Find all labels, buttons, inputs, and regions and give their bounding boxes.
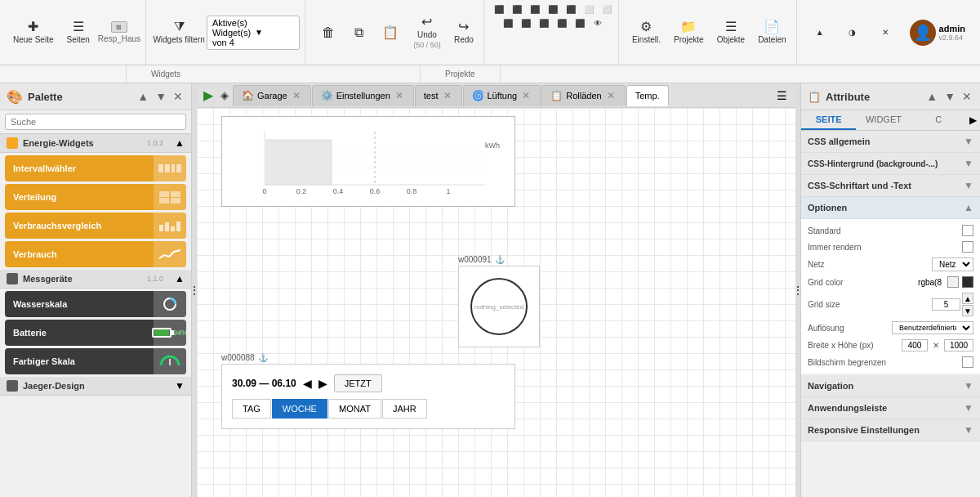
- tab-next-button[interactable]: ▶: [966, 110, 980, 130]
- list-item[interactable]: Intervallwähler: [5, 155, 186, 181]
- tab-seite[interactable]: SEITE: [801, 110, 856, 130]
- tabs-more-button[interactable]: ☰: [772, 86, 792, 105]
- eye-button[interactable]: 👁: [590, 17, 606, 29]
- distribute-h-button[interactable]: ⬛: [545, 3, 561, 16]
- canvas-widget-circle[interactable]: w000091 ⚓ nothing_selected: [458, 255, 540, 347]
- list-item[interactable]: Batterie 94%: [5, 320, 186, 346]
- canvas-widget-nav[interactable]: w000088 ⚓ 30.09 — 06.10 ◀ ▶ JETZT TAG WO…: [221, 353, 515, 429]
- stretch-button[interactable]: ⬛: [563, 3, 579, 16]
- align-center-button[interactable]: ⬛: [509, 3, 525, 16]
- tab-test[interactable]: test ✕: [415, 85, 462, 106]
- tab-close-lueftung[interactable]: ✕: [520, 90, 532, 101]
- list-item[interactable]: Farbiger Skala: [5, 348, 186, 374]
- palette-up-button[interactable]: ▲: [136, 88, 150, 105]
- tab-close-garage[interactable]: ✕: [291, 90, 302, 101]
- anwendungsleiste-section[interactable]: Anwendungsleiste ▼: [801, 397, 980, 419]
- right-panel-up-button[interactable]: ▲: [924, 88, 939, 105]
- responsive-section[interactable]: Responsive Einstellungen ▼: [801, 419, 980, 441]
- css-allgemein-section[interactable]: CSS allgemein ▼: [801, 131, 980, 153]
- right-panel-close-button[interactable]: ✕: [960, 88, 973, 105]
- tab-close-einstellungen[interactable]: ✕: [394, 90, 405, 101]
- tab-einstellungen[interactable]: ⚙️ Einstellungen ✕: [312, 85, 414, 106]
- woche-button[interactable]: WOCHE: [272, 399, 327, 419]
- svg-text:0.2: 0.2: [296, 187, 307, 195]
- seiten-button[interactable]: ☰ Seiten: [61, 17, 94, 47]
- tab-close-rolladen[interactable]: ✕: [605, 90, 617, 101]
- grid-size-input[interactable]: [932, 298, 960, 311]
- palette-section-energie-header[interactable]: Energie-Widgets 1.0.2 ▲: [0, 134, 191, 153]
- palette-section-messgeraete-header[interactable]: Messgeräte 1.1.0 ▲: [0, 270, 191, 289]
- optionen-section-header[interactable]: Optionen ▲: [801, 197, 980, 219]
- netz-select[interactable]: Netz: [932, 257, 973, 271]
- theme-button[interactable]: ◑: [838, 25, 867, 40]
- svg-rect-26: [266, 140, 332, 185]
- height-input[interactable]: [944, 339, 973, 351]
- svg-rect-11: [176, 222, 180, 231]
- svg-rect-0: [158, 164, 181, 172]
- right-panel-down-button[interactable]: ▼: [942, 88, 957, 105]
- projekte-button[interactable]: 📁 Projekte: [669, 17, 709, 47]
- jahr-button[interactable]: JAHR: [382, 399, 427, 419]
- copy-button[interactable]: ⧉: [345, 23, 374, 43]
- monat-button[interactable]: MONAT: [328, 399, 381, 419]
- grid-size-down[interactable]: ▼: [962, 305, 973, 316]
- css-schriftart-section[interactable]: CSS-Schriftart und -Text ▼: [801, 175, 980, 197]
- align-top-button[interactable]: ⬛: [500, 17, 516, 29]
- palette-down-button[interactable]: ▼: [154, 88, 168, 105]
- upload-button[interactable]: ⬜: [599, 3, 615, 16]
- objekte-button[interactable]: ☰ Objekte: [712, 17, 750, 47]
- fullscreen-button[interactable]: ✕: [871, 25, 900, 40]
- list-item[interactable]: Wasserskala: [5, 291, 186, 317]
- play-button[interactable]: ▶: [200, 86, 216, 105]
- period-buttons: TAG WOCHE MONAT JAHR: [232, 399, 505, 419]
- delete-button[interactable]: 🗑: [314, 23, 343, 43]
- paste-button[interactable]: 📋: [376, 23, 405, 43]
- tag-button[interactable]: TAG: [232, 399, 271, 419]
- next-arrow[interactable]: ▶: [318, 377, 327, 390]
- jetzt-button[interactable]: JETZT: [334, 374, 382, 392]
- tab-c[interactable]: C: [911, 110, 966, 130]
- list-item[interactable]: Verteilung: [5, 184, 186, 210]
- stretch-v-button[interactable]: ⬛: [572, 17, 588, 29]
- grid-color-swatch[interactable]: [962, 276, 973, 288]
- widgets-filtern-button[interactable]: ⧩ Widgets filtern: [154, 17, 203, 47]
- active-widget-selector[interactable]: Aktive(s) Widget(s) von 4 ▼: [207, 16, 300, 50]
- standard-checkbox[interactable]: [962, 225, 973, 236]
- canvas-widget-chart[interactable]: 0 0.2 0.4 0.6 0.8 1 kWh: [221, 116, 515, 207]
- prop-netz: Netz Netz: [808, 255, 973, 274]
- palette-section-jaeger-header[interactable]: Jaeger-Design ▼: [0, 377, 191, 396]
- einstell-button[interactable]: ⚙ Einstell.: [627, 17, 666, 47]
- aufloesung-select[interactable]: Benutzerdefinierten: [892, 321, 973, 334]
- tab-rolladen[interactable]: 📋 Rolläden ✕: [541, 85, 625, 106]
- search-input[interactable]: [5, 114, 186, 130]
- tab-temp[interactable]: Temp.: [626, 85, 669, 106]
- align-bottom-button[interactable]: ⬛: [536, 17, 552, 29]
- grid-size-up[interactable]: ▲: [962, 293, 973, 304]
- dateien-button[interactable]: 📄 Dateien: [753, 17, 791, 47]
- navigation-section[interactable]: Navigation ▼: [801, 375, 980, 397]
- view-button[interactable]: ◈: [217, 87, 232, 103]
- export-button[interactable]: ⬜: [581, 3, 597, 16]
- undo-button[interactable]: ↩ Undo (50 / 50): [407, 12, 448, 52]
- align-left-button[interactable]: ⬛: [491, 3, 507, 16]
- tab-lueftung[interactable]: 🌀 Lüftung ✕: [463, 85, 541, 106]
- wasserskala-thumb: [154, 291, 186, 317]
- redo-button[interactable]: ↪ Redo: [449, 17, 479, 47]
- tab-garage[interactable]: 🏠 Garage ✕: [233, 85, 311, 106]
- up-arrow-button[interactable]: ▲: [805, 25, 835, 40]
- tab-close-test[interactable]: ✕: [442, 90, 453, 101]
- immer-rendern-checkbox[interactable]: [962, 241, 973, 253]
- distribute-v-button[interactable]: ⬛: [554, 17, 570, 29]
- width-input[interactable]: [902, 339, 928, 351]
- align-right-button[interactable]: ⬛: [527, 3, 543, 16]
- list-item[interactable]: Verbrauch: [5, 241, 186, 267]
- align-middle-button[interactable]: ⬛: [518, 17, 534, 29]
- neue-seite-button[interactable]: ✚ Neue Seite: [8, 17, 58, 47]
- list-item[interactable]: Verbrauchsvergleich: [5, 213, 186, 239]
- bildschirm-begrenzen-checkbox[interactable]: [962, 356, 973, 368]
- widget1-label: w000088 ⚓: [221, 353, 515, 362]
- palette-close-button[interactable]: ✕: [172, 88, 185, 105]
- tab-widget[interactable]: WIDGET: [856, 110, 911, 130]
- prev-arrow[interactable]: ◀: [303, 377, 312, 390]
- css-hintergrund-section[interactable]: CSS-Hintergrund (background-...) ▼: [801, 153, 980, 175]
